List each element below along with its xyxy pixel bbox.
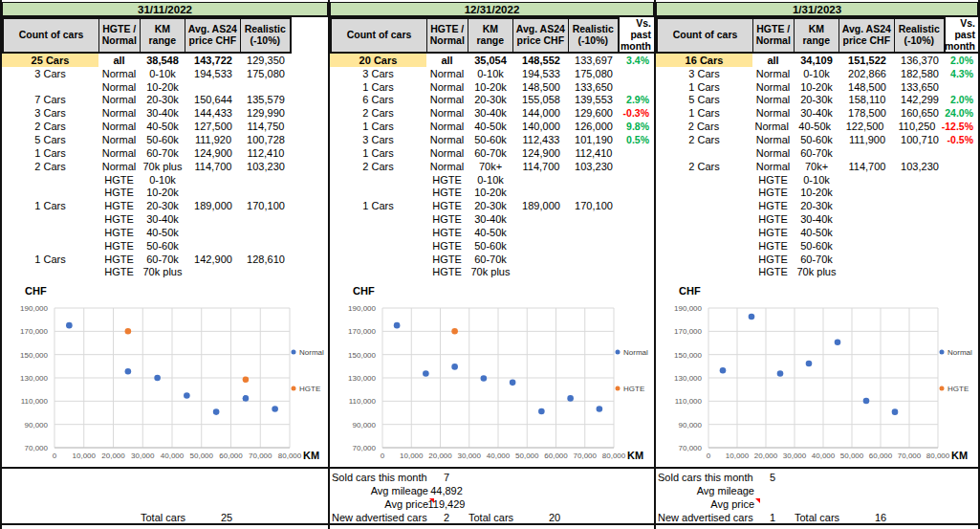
cell-type[interactable]: HGTE [752, 253, 794, 266]
cell-type[interactable]: Normal [426, 160, 468, 173]
cell-price[interactable] [513, 173, 569, 187]
cell-realistic[interactable]: 112,410 [569, 146, 619, 160]
cell-type[interactable]: HGTE [426, 239, 468, 253]
cell-realistic[interactable]: 100,728 [241, 133, 291, 146]
cell-type[interactable]: Normal [98, 160, 140, 173]
cell-realistic[interactable] [569, 173, 619, 187]
cell-type[interactable]: HGTE [752, 239, 794, 253]
cell-km[interactable]: 60-70k [468, 253, 513, 266]
cell-vs-past-month[interactable]: 9.8% [619, 120, 654, 133]
cell-realistic[interactable]: 182,580 [895, 67, 945, 80]
avg-price-value[interactable]: 119,429 [422, 497, 471, 511]
cell-count[interactable]: 1 Cars [656, 80, 752, 94]
cell-count[interactable] [330, 186, 426, 199]
cell-type[interactable]: HGTE [426, 199, 468, 212]
cell-vs-past-month[interactable] [619, 173, 654, 187]
cell-realistic[interactable] [895, 186, 945, 199]
cell-count[interactable] [2, 226, 98, 239]
cell-count[interactable]: 20 Cars [330, 54, 426, 67]
cell-type[interactable]: Normal [98, 67, 140, 80]
cell-realistic[interactable]: 103,230 [569, 160, 619, 173]
cell-km[interactable]: 60-70k [140, 253, 185, 266]
cell-km[interactable]: 34,109 [794, 54, 839, 67]
cell-type[interactable]: all [752, 54, 794, 67]
cell-realistic[interactable]: 139,553 [569, 94, 619, 107]
cell-km[interactable]: 30-40k [468, 212, 513, 226]
panel-date-header[interactable]: 12/31/2022 [330, 2, 654, 17]
cell-km[interactable]: 30-40k [468, 106, 513, 120]
cell-km[interactable]: 60-70k [794, 146, 839, 160]
cell-km[interactable]: 20-30k [468, 199, 513, 212]
cell-realistic[interactable] [241, 226, 291, 239]
cell-km[interactable]: 10-20k [794, 80, 839, 94]
cell-count[interactable]: 3 Cars [2, 67, 98, 80]
cell-price[interactable]: 142,900 [185, 253, 241, 266]
cell-realistic[interactable]: 128,610 [241, 253, 291, 266]
cell-price[interactable] [839, 173, 895, 187]
cell-count[interactable]: 7 Cars [2, 94, 98, 107]
cell-km[interactable]: 0-10k [794, 67, 839, 80]
cell-price[interactable]: 127,500 [185, 120, 241, 133]
cell-vs-past-month[interactable] [619, 186, 654, 199]
sold-cars-value[interactable]: 7 [422, 471, 471, 484]
cell-count[interactable]: 2 Cars [656, 160, 752, 173]
cell-price[interactable]: 189,000 [513, 199, 569, 212]
cell-realistic[interactable]: 101,190 [569, 133, 619, 146]
cell-price[interactable]: 111,920 [185, 133, 241, 146]
cell-type[interactable]: HGTE [752, 173, 794, 187]
cell-realistic[interactable] [895, 253, 945, 266]
cell-price[interactable] [185, 239, 241, 253]
total-cars-value[interactable]: 25 [198, 511, 255, 524]
cell-price[interactable]: 194,533 [185, 67, 241, 80]
cell-realistic[interactable] [895, 146, 945, 160]
panel-date-header[interactable]: 31/11/2022 [2, 2, 328, 17]
cell-realistic[interactable]: 170,100 [569, 199, 619, 212]
cell-count[interactable] [656, 239, 752, 253]
cell-type[interactable]: HGTE [752, 266, 794, 279]
cell-vs-past-month[interactable] [945, 160, 978, 173]
column-header-km[interactable]: KM range [468, 19, 514, 52]
cell-km[interactable]: 70k plus [140, 266, 185, 279]
cell-realistic[interactable]: 133,650 [895, 80, 945, 94]
cell-realistic[interactable]: 136,370 [895, 54, 945, 67]
cell-count[interactable] [656, 173, 752, 187]
cell-type[interactable]: HGTE [98, 266, 140, 279]
avg-mileage-value[interactable] [748, 484, 797, 497]
cell-count[interactable]: 1 Cars [330, 120, 426, 133]
new-advertised-value[interactable]: 1 [748, 511, 797, 524]
cell-price[interactable] [839, 199, 895, 212]
cell-type[interactable]: Normal [426, 133, 468, 146]
cell-count[interactable] [2, 80, 98, 94]
cell-type[interactable]: all [426, 54, 468, 67]
sold-cars-value[interactable]: 5 [748, 471, 797, 484]
cell-type[interactable]: Normal [752, 106, 794, 120]
cell-km[interactable]: 50-60k [794, 239, 839, 253]
cell-type[interactable]: Normal [426, 80, 468, 94]
cell-km[interactable]: 50-60k [140, 239, 185, 253]
cell-vs-past-month[interactable]: -0.3% [619, 106, 654, 120]
column-header-price[interactable]: Avg. AS24 price CHF [185, 19, 240, 52]
cell-vs-past-month[interactable]: 3.4% [619, 54, 654, 67]
cell-count[interactable]: 2 Cars [330, 106, 426, 120]
cell-km[interactable]: 50-60k [140, 133, 185, 146]
cell-realistic[interactable]: 160,650 [895, 106, 945, 120]
cell-km[interactable]: 50-60k [794, 133, 839, 146]
cell-vs-past-month[interactable]: 2.0% [945, 54, 978, 67]
cell-vs-past-month[interactable] [619, 212, 654, 226]
cell-km[interactable]: 40-50k [140, 226, 185, 239]
cell-realistic[interactable] [895, 239, 945, 253]
cell-count[interactable] [330, 266, 426, 279]
avg-price-value[interactable] [748, 497, 797, 511]
column-header-km[interactable]: KM range [141, 19, 186, 52]
cell-price[interactable]: 155,058 [513, 94, 569, 107]
column-header-realistic[interactable]: Realistic (-10%) [895, 19, 944, 52]
column-header-type[interactable]: HGTE / Normal [753, 19, 795, 52]
cell-count[interactable]: 2 Cars [2, 120, 98, 133]
cell-count[interactable]: 1 Cars [2, 253, 98, 266]
cell-price[interactable]: 124,900 [513, 146, 569, 160]
cell-count[interactable] [330, 239, 426, 253]
column-header-price[interactable]: Avg. AS24 price CHF [839, 19, 894, 52]
cell-count[interactable] [656, 146, 752, 160]
cell-price[interactable] [513, 239, 569, 253]
cell-realistic[interactable]: 129,990 [241, 106, 291, 120]
